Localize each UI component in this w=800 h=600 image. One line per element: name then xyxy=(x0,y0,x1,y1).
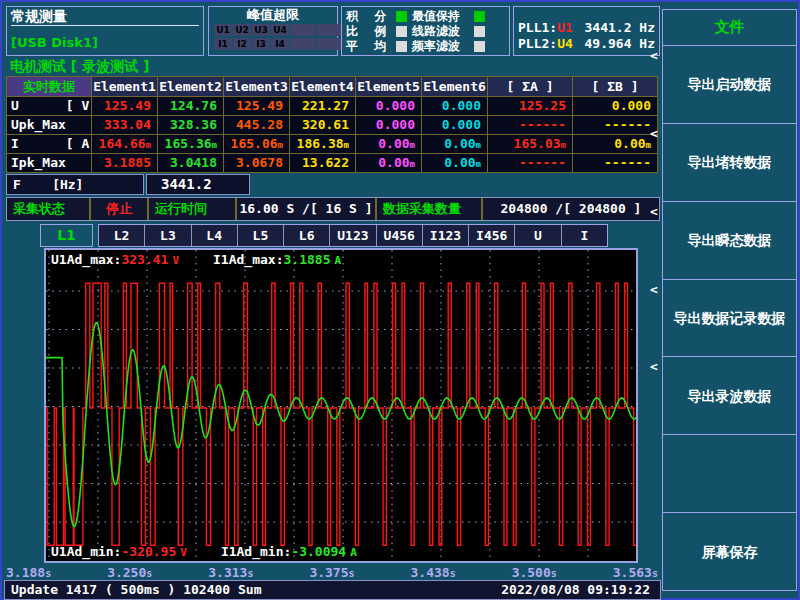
tab-l4[interactable]: L4 xyxy=(192,225,238,246)
peak-cell xyxy=(317,24,343,36)
value-cell: 0.00m xyxy=(422,154,487,172)
update-rate-text: Update 1417 ( 500ms ) 102400 Sum xyxy=(5,582,261,597)
checkbox-icon[interactable] xyxy=(474,41,485,52)
value-cell: 3.0418 xyxy=(158,154,223,172)
value-cell: 165.06m xyxy=(224,135,289,153)
time-axis-ticks: 3.188s3.250s3.313s3.375s3.438s3.500s3.56… xyxy=(6,565,658,580)
tab-u123[interactable]: U123 xyxy=(330,225,376,246)
tab-l2[interactable]: L2 xyxy=(99,225,145,246)
milli-suffix: m xyxy=(476,159,481,169)
wave-label-name: I1Ad_max: xyxy=(213,252,283,267)
milli-suffix: m xyxy=(212,140,217,150)
wave-label-unit: A xyxy=(350,546,357,559)
wave-label-value: 323.41 xyxy=(121,252,168,267)
value-cell: 3.0678 xyxy=(224,154,289,172)
acquisition-status-row: 采集状态 停止 运行时间 16.00 S /[ 16 S ] 数据采集数量 20… xyxy=(6,197,660,221)
checkbox-icon[interactable] xyxy=(396,41,407,52)
checkbox-icon[interactable] xyxy=(474,26,485,37)
u1-voltage-trace xyxy=(46,283,638,545)
peak-cell xyxy=(317,38,343,50)
toggle-row: 平 均频率滤波 xyxy=(346,39,505,54)
wave-min-group: U1Ad_min:-320.95V xyxy=(51,544,187,559)
sample-count-value: 204800 /[ 204800 ] xyxy=(483,198,659,220)
toggle-panel: 积 分最值保持比 例线路滤波平 均频率滤波 xyxy=(341,6,510,56)
peak-cell xyxy=(290,24,316,36)
checkbox-icon[interactable] xyxy=(396,11,407,22)
peak-over-limit-panel: 峰值超限 U1U2U3U4I1I2I3I4 xyxy=(208,6,338,56)
seconds-suffix: s xyxy=(450,568,456,579)
x-tick: 3.313s xyxy=(208,565,253,580)
value-cell: 0.000 xyxy=(422,97,487,115)
row-label: I [ A ] xyxy=(7,135,91,153)
value-cell: ------ xyxy=(573,154,657,172)
tab-u[interactable]: U xyxy=(515,225,561,246)
milli-suffix: m xyxy=(410,140,415,150)
sample-count-label: 数据采集数量 xyxy=(377,198,483,220)
seconds-suffix: s xyxy=(45,568,51,579)
acq-status-value: 停止 xyxy=(91,198,149,220)
value-cell: 165.36m xyxy=(158,135,223,153)
sidebar-buttons: 导出启动数据<导出堵转数据<导出瞬态数据<导出数据记录数据<导出录波数据<屏幕保… xyxy=(662,46,797,591)
value-cell: 186.38m xyxy=(290,135,355,153)
value-cell: 125.49 xyxy=(92,97,157,115)
softkey-sidebar: 文件 导出启动数据<导出堵转数据<导出瞬态数据<导出数据记录数据<导出录波数据<… xyxy=(662,2,799,600)
checkbox-icon[interactable] xyxy=(474,11,485,22)
sidebar-button-导出录波数据[interactable]: 导出录波数据< xyxy=(662,356,797,435)
sidebar-button-导出瞬态数据[interactable]: 导出瞬态数据< xyxy=(662,201,797,280)
milli-suffix: m xyxy=(410,159,415,169)
value-cell: 0.000 xyxy=(356,116,421,134)
peak-cell: U1 xyxy=(214,24,232,36)
tab-l5[interactable]: L5 xyxy=(238,225,284,246)
frequency-label-box: F [Hz] xyxy=(6,174,144,195)
frequency-value-box: 3441.2 xyxy=(146,174,250,195)
collapse-left-icon: < xyxy=(650,358,658,376)
value-cell: 165.03m xyxy=(488,135,572,153)
column-header: Element4 xyxy=(290,77,355,96)
peak-cell xyxy=(290,38,316,50)
column-header: Element6 xyxy=(422,77,487,96)
value-cell: 0.00m xyxy=(356,135,421,153)
sidebar-button-导出堵转数据[interactable]: 导出堵转数据< xyxy=(662,123,797,202)
x-tick: 3.250s xyxy=(107,565,152,580)
sidebar-button[interactable] xyxy=(662,434,797,513)
peak-cell: U4 xyxy=(271,24,289,36)
value-cell: 0.000 xyxy=(356,97,421,115)
sidebar-button-屏幕保存[interactable]: 屏幕保存 xyxy=(662,512,797,591)
wave-label-unit: A xyxy=(334,254,341,267)
value-cell: 124.76 xyxy=(158,97,223,115)
checkbox-icon[interactable] xyxy=(396,26,407,37)
waveform-min-labels: U1Ad_min:-320.95VI1Ad_min:-3.0094A xyxy=(51,544,357,559)
toggle-rows: 积 分最值保持比 例线路滤波平 均频率滤波 xyxy=(346,9,505,54)
toggle-left-label: 平 均 xyxy=(346,38,396,55)
title-underline xyxy=(11,25,199,26)
peak-over-limit-title: 峰值超限 xyxy=(209,7,337,22)
value-cell: 328.36 xyxy=(158,116,223,134)
tab-u456[interactable]: U456 xyxy=(377,225,423,246)
peak-cell: U2 xyxy=(233,24,251,36)
tab-l3[interactable]: L3 xyxy=(145,225,191,246)
row-label: Upk_Max xyxy=(7,116,91,134)
tab-l6[interactable]: L6 xyxy=(284,225,330,246)
milli-suffix: m xyxy=(344,140,349,150)
tab-i123[interactable]: I123 xyxy=(423,225,469,246)
peak-indicator-grid: U1U2U3U4I1I2I3I4 xyxy=(209,24,337,50)
waveform-max-labels: U1Ad_max:323.41VI1Ad_max:3.1885A xyxy=(51,252,341,267)
value-cell: 333.04 xyxy=(92,116,157,134)
value-cell: 3.1885 xyxy=(92,154,157,172)
toggle-row: 比 例线路滤波 xyxy=(346,24,505,39)
value-cell: 0.00m xyxy=(356,154,421,172)
runtime-value: 16.00 S /[ 16 S ] xyxy=(237,198,377,220)
tab-i[interactable]: I xyxy=(562,225,607,246)
sidebar-button-导出数据记录数据[interactable]: 导出数据记录数据< xyxy=(662,279,797,358)
runtime-label: 运行时间 xyxy=(149,198,237,220)
pll-value: 3441.2 Hz xyxy=(585,20,655,36)
value-cell: 13.622 xyxy=(290,154,355,172)
usb-disk-label: [USB Disk1] xyxy=(11,35,199,50)
tab-i456[interactable]: I456 xyxy=(469,225,515,246)
value-cell: 164.66m xyxy=(92,135,157,153)
sidebar-button-导出启动数据[interactable]: 导出启动数据< xyxy=(662,45,797,124)
tab-l1-selected[interactable]: L1 xyxy=(40,224,93,247)
wave-max-group: U1Ad_max:323.41V xyxy=(51,252,179,267)
x-tick: 3.563s xyxy=(613,565,658,580)
peak-row: I1I2I3I4 xyxy=(214,38,332,50)
